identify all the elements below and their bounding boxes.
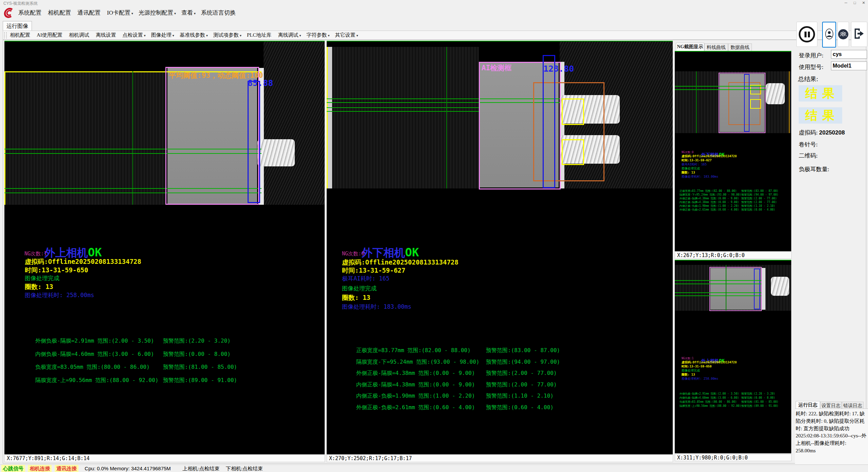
ai-box-label: AI检测框 xyxy=(482,63,511,73)
menu-item[interactable]: 查看▾ xyxy=(179,6,198,20)
users-manage-button[interactable] xyxy=(837,22,849,47)
toolbar-item[interactable]: 字符参数▾ xyxy=(304,31,332,40)
dropdown-arrow-icon: ▾ xyxy=(174,12,176,15)
tab-ng-screenshot[interactable]: NG截图显示 xyxy=(676,43,704,51)
edge-box xyxy=(248,81,260,203)
toolbar-item[interactable]: 相机调试 xyxy=(66,31,93,40)
ai-elapsed: 极耳AI耗时: 165 xyxy=(342,275,390,283)
dropdown-arrow-icon: ▾ xyxy=(131,12,133,15)
toolbar: 相机配置AI使用配置相机调试离线设置点检设置▾图像处理▾基准线参数▾测试项参数▾… xyxy=(3,31,865,40)
left-coords-readout: X:7677;Y:891;R:14;G:14;B:14 xyxy=(4,455,325,462)
measurement-row: 内侧负极-隔膜=4.60mm 范围:(3.00 - 6.00)预警范围:(0.0… xyxy=(9,344,237,358)
toolbar-item[interactable]: 相机配置 xyxy=(7,31,34,40)
cpu-memory-readout: Cpu: 0.0% Memory: 3424.41796875M xyxy=(85,466,170,471)
toolbar-item[interactable]: 测试项参数▾ xyxy=(211,31,244,40)
measurement-row: 隔膜宽度-上=90.56mm 范围:(88.00 - 92.00)预警范围:(8… xyxy=(9,370,237,384)
current-user-button[interactable] xyxy=(822,22,836,48)
loop-count: 圈数: 13 xyxy=(342,293,370,302)
run-log-text[interactable]: 耗时: 222, 缺陷检测耗时: 17, 缺陷分类耗时: 0, 缺陷提取分区耗时… xyxy=(795,409,868,464)
title-bar: CYS-视觉检测系统 ─ □ ✕ xyxy=(0,0,868,6)
tab-detect-box xyxy=(562,98,584,125)
app-window: CYS-视觉检测系统 ─ □ ✕ 系统配置相机配置通讯配置IO卡配置▾光源控制配… xyxy=(0,0,868,472)
dropdown-arrow-icon: ▾ xyxy=(299,34,301,37)
tab-run-image[interactable]: 运行图像 xyxy=(3,21,32,31)
menu-bar: 系统配置相机配置通讯配置IO卡配置▾光源控制配置▾查看▾系统语言切换 xyxy=(0,6,868,20)
neg-tab-count-label: 负极耳数量: xyxy=(799,165,829,173)
window-title: CYS-视觉检测系统 xyxy=(3,1,38,6)
right-camera-image: AI检测框 123.80 xyxy=(327,41,673,188)
menu-item[interactable]: 相机配置 xyxy=(45,6,75,20)
view-tab-row: 运行图像 xyxy=(0,20,868,31)
menu-items: 系统配置相机配置通讯配置IO卡配置▾光源控制配置▾查看▾系统语言切换 xyxy=(16,6,239,20)
menu-item[interactable]: 系统语言切换 xyxy=(198,6,239,20)
capture-time: 时间:13-31-59-650 xyxy=(25,266,88,275)
measurement-row: 正极宽度=83.77mm 范围:(82.00 - 88.00)预警范围:(83.… xyxy=(330,341,560,352)
exit-button[interactable] xyxy=(851,22,867,47)
processing-elapsed: 图像处理耗时: 183.00ms xyxy=(342,303,411,311)
left-camera-panel: 平均阈值:93，动态阈值:100 85.88 外上相机OK NG次数:1 虚拟码… xyxy=(4,41,325,454)
loop-count: 圈数: 13 xyxy=(25,283,53,291)
menu-item[interactable]: 光源控制配置▾ xyxy=(136,6,179,20)
qr-code-label: 二维码: xyxy=(799,152,818,160)
dropdown-arrow-icon: ▾ xyxy=(328,34,330,37)
close-button[interactable]: ✕ xyxy=(859,1,868,5)
user-icon xyxy=(825,28,834,41)
menu-item[interactable]: 系统配置 xyxy=(16,6,45,20)
login-user-field[interactable] xyxy=(831,50,867,59)
tab-data-curve[interactable]: 数据曲线图 xyxy=(728,43,752,51)
dropdown-arrow-icon: ▾ xyxy=(357,34,358,37)
maximize-button[interactable]: □ xyxy=(850,1,859,5)
app-logo-icon xyxy=(1,7,14,19)
lower-camera-status: 下相机:点检结束 xyxy=(226,466,263,471)
toolbar-item[interactable]: 其它设置▾ xyxy=(332,31,361,40)
model-field[interactable] xyxy=(831,61,867,70)
edge-value-overlay: 85.88 xyxy=(248,78,273,88)
edge-value-overlay: 123.80 xyxy=(543,64,574,74)
toolbar-item[interactable]: PLC地址库 xyxy=(244,31,275,40)
comm-link-indicator: 通讯连接 xyxy=(55,465,78,472)
login-user-label: 登录用户: xyxy=(799,52,824,59)
toolbar-item[interactable]: AI使用配置 xyxy=(34,31,66,40)
tab-setting-log[interactable]: 设置日志 xyxy=(820,402,842,409)
dropdown-arrow-icon: ▾ xyxy=(206,34,208,37)
ng-count: NG次数:1 xyxy=(24,251,47,257)
camera-link-indicator: 相机连接 xyxy=(28,465,52,472)
ng-preview-1: 外下相机OK NG次数:0 虚拟码:Offline202502081331347… xyxy=(675,51,791,251)
toolbar-item[interactable]: 离线设置 xyxy=(93,31,120,40)
tab-metal-region xyxy=(257,139,295,166)
left-camera-image: 平均阈值:93，动态阈值:100 85.88 xyxy=(4,41,325,205)
toolbar-item[interactable]: 图像处理▾ xyxy=(148,31,177,40)
virtual-code-value: 20250208 xyxy=(819,129,845,136)
menu-item[interactable]: 通讯配置 xyxy=(75,6,104,20)
dropdown-arrow-icon: ▾ xyxy=(240,34,241,37)
result-block-1: 结果 xyxy=(799,85,842,102)
tab-error-log[interactable]: 错误日志 xyxy=(842,402,864,409)
tab-line-curve[interactable]: 料线曲线图 xyxy=(704,43,728,51)
pause-button[interactable] xyxy=(796,22,817,47)
upper-camera-status: 上相机:点检结束 xyxy=(182,466,219,471)
toolbar-item[interactable]: 基准线参数▾ xyxy=(177,31,211,40)
tab-detect-box xyxy=(562,139,584,165)
virtual-code-row: 虚拟码: 20250208 xyxy=(799,129,845,137)
edge-box xyxy=(543,55,555,188)
dropdown-arrow-icon: ▾ xyxy=(194,12,196,15)
measurement-list: 外侧负极-隔膜=2.91mm 范围:(2.00 - 3.50)预警范围:(2.2… xyxy=(9,312,237,383)
processing-done: 图像处理完成 xyxy=(342,285,377,292)
ng-count: NG次数:0 xyxy=(342,251,364,257)
exit-icon xyxy=(852,27,866,42)
capture-time: 时间:13-31-59-627 xyxy=(342,266,405,275)
result-block-2: 结果 xyxy=(799,107,842,124)
toolbar-item[interactable]: 点检设置▾ xyxy=(120,31,148,40)
model-label: 使用型号: xyxy=(799,63,824,71)
users-icon xyxy=(838,29,848,39)
ng-preview-2: 外上相机OK NG次数:1 虚拟码:Offline202502081331347… xyxy=(675,260,791,453)
menu-item[interactable]: IO卡配置▾ xyxy=(104,6,136,20)
measurement-row: 负极宽度=83.05mm 范围:(80.00 - 86.00)预警范围:(81.… xyxy=(9,357,237,370)
measurement-row: 外侧负极-隔膜=2.91mm 范围:(2.00 - 3.50)预警范围:(2.2… xyxy=(9,331,237,344)
minimize-button[interactable]: ─ xyxy=(842,1,850,5)
pin-number-label: 卷针号: xyxy=(799,141,818,148)
measurement-list: 正极宽度=83.77mm 范围:(82.00 - 88.00)预警范围:(83.… xyxy=(330,321,560,409)
tab-run-log[interactable]: 运行日志 xyxy=(796,401,820,409)
status-bar: 心跳信号 相机连接 通讯连接 Cpu: 0.0% Memory: 3424.41… xyxy=(0,465,868,472)
toolbar-item[interactable]: 离线调试▾ xyxy=(275,31,304,40)
